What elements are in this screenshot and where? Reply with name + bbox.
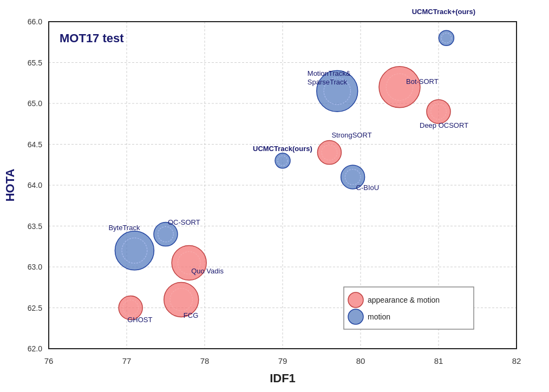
svg-text:65.5: 65.5 [28,58,42,67]
svg-text:C-BIoU: C-BIoU [356,184,380,192]
scatter-plot: (function() { const data = JSON.parse(do… [0,0,549,392]
svg-text:64.5: 64.5 [28,140,42,149]
svg-text:UCMCTrack(ours): UCMCTrack(ours) [253,145,312,153]
svg-text:62.0: 62.0 [28,344,42,353]
svg-point-47 [275,153,290,168]
svg-text:ByteTrack: ByteTrack [108,224,140,232]
svg-point-39 [379,67,420,108]
svg-text:appearance & motion: appearance & motion [368,296,440,304]
svg-text:64.0: 64.0 [28,181,42,190]
svg-rect-74 [344,287,474,329]
svg-text:82: 82 [512,356,521,365]
svg-point-43 [427,100,450,123]
svg-text:IDF1: IDF1 [270,371,296,385]
svg-text:81: 81 [434,356,443,365]
svg-text:Bot-SORT: Bot-SORT [406,77,439,86]
svg-text:MotionTrack&: MotionTrack& [308,69,351,77]
svg-text:77: 77 [122,356,132,365]
svg-text:63.5: 63.5 [28,222,42,231]
svg-text:UCMCTrack+(ours): UCMCTrack+(ours) [412,8,475,16]
svg-point-37 [439,30,454,45]
svg-text:76: 76 [44,356,54,365]
svg-text:FCG: FCG [184,311,198,319]
svg-text:80: 80 [356,356,365,365]
svg-text:66.0: 66.0 [28,17,42,26]
svg-text:79: 79 [278,356,287,365]
svg-text:OC-SORT: OC-SORT [168,218,200,226]
svg-text:63.0: 63.0 [28,263,42,271]
svg-text:62.5: 62.5 [28,304,42,312]
svg-text:motion: motion [368,312,390,321]
svg-text:Quo Vadis: Quo Vadis [191,267,224,275]
svg-text:MOT17  test: MOT17 test [60,31,124,45]
chart-container: (function() { const data = JSON.parse(do… [0,0,549,392]
svg-text:GHOST: GHOST [127,316,152,324]
svg-point-45 [317,141,341,165]
svg-point-53 [115,231,154,270]
svg-text:HOTA: HOTA [3,169,17,202]
svg-point-77 [348,309,363,324]
svg-text:78: 78 [200,356,210,365]
svg-point-75 [348,292,363,308]
svg-text:Deep OCSORT: Deep OCSORT [420,121,468,129]
svg-text:StrongSORT: StrongSORT [331,131,371,139]
svg-text:SparseTrack: SparseTrack [308,78,348,86]
svg-text:65.0: 65.0 [28,99,42,108]
